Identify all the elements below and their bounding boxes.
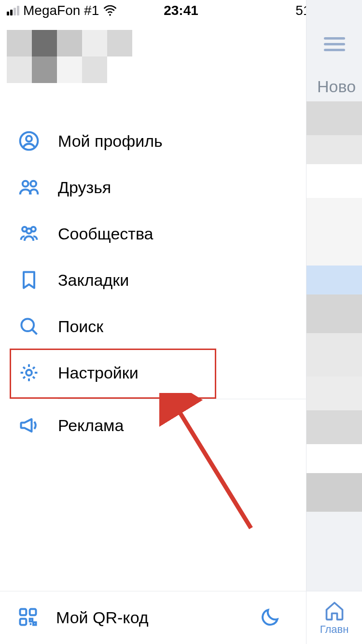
clock: 23:41 [164, 3, 198, 18]
menu-item-profile[interactable]: Мой профиль [0, 118, 306, 164]
menu-item-label: Настройки [58, 364, 139, 382]
menu-item-label: Поиск [58, 317, 103, 336]
menu-item-search[interactable]: Поиск [0, 303, 306, 350]
menu-item-ads[interactable]: Реклама [0, 402, 306, 448]
feed-content-blurred [306, 101, 362, 586]
menu-item-settings[interactable]: Настройки [0, 350, 306, 396]
svg-point-7 [27, 228, 31, 233]
home-icon [324, 600, 345, 621]
drawer-footer: Мой QR-код [0, 591, 306, 644]
user-avatar-blurred[interactable] [7, 30, 132, 83]
drawer-menu: Мой профиль Друзья Сообщества Закладки [0, 118, 306, 448]
underlying-feed-peek: Ново Главн [306, 0, 362, 644]
cellular-signal-icon [7, 6, 19, 15]
menu-item-label: Реклама [58, 416, 124, 435]
wifi-icon [103, 3, 117, 18]
hamburger-icon[interactable] [324, 34, 345, 55]
friends-icon [17, 176, 41, 199]
bottom-nav-home[interactable]: Главн [306, 591, 362, 644]
qr-icon[interactable] [17, 606, 39, 630]
carrier-label: MegaFon #1 [23, 3, 99, 18]
svg-point-4 [30, 181, 36, 187]
communities-icon [17, 222, 41, 245]
bottom-nav-home-label: Главн [320, 623, 349, 636]
svg-rect-10 [20, 609, 27, 615]
svg-point-0 [109, 14, 111, 16]
profile-icon [17, 129, 41, 153]
search-icon [17, 315, 41, 338]
menu-item-label: Закладки [58, 271, 129, 290]
svg-point-8 [21, 319, 34, 331]
menu-divider [58, 399, 306, 399]
svg-point-2 [26, 136, 32, 142]
svg-point-3 [23, 181, 28, 187]
svg-rect-11 [30, 609, 36, 615]
menu-item-communities[interactable]: Сообщества [0, 210, 306, 257]
menu-item-friends[interactable]: Друзья [0, 164, 306, 210]
menu-item-bookmarks[interactable]: Закладки [0, 257, 306, 303]
svg-rect-12 [20, 618, 27, 625]
gear-icon [17, 361, 41, 384]
svg-point-9 [26, 370, 32, 376]
bookmark-icon [17, 268, 41, 292]
dark-mode-toggle[interactable] [260, 606, 281, 630]
menu-item-label: Мой профиль [58, 132, 163, 151]
feed-title-partial: Ново [317, 77, 356, 96]
qr-label[interactable]: Мой QR-код [56, 608, 242, 627]
menu-item-label: Друзья [58, 178, 111, 197]
megaphone-icon [17, 414, 41, 437]
side-drawer: Мой профиль Друзья Сообщества Закладки [0, 21, 306, 644]
menu-item-label: Сообщества [58, 224, 153, 243]
